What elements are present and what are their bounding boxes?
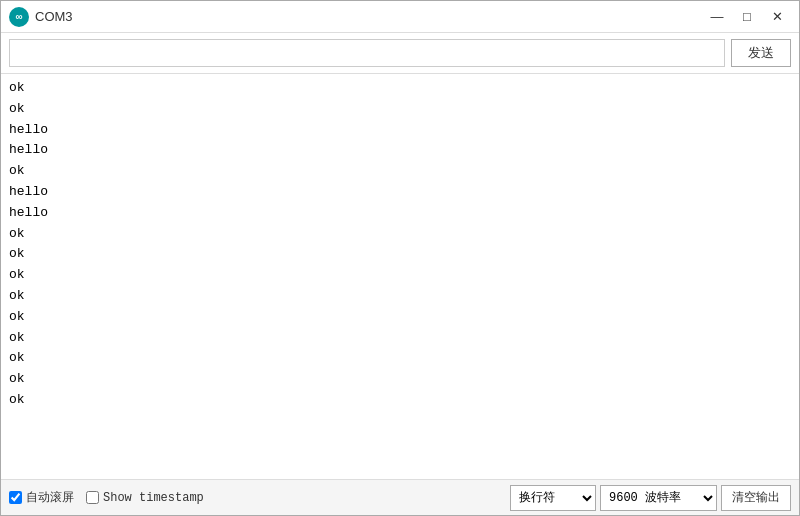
- window-title: COM3: [35, 9, 73, 24]
- show-timestamp-label[interactable]: Show timestamp: [86, 491, 204, 505]
- serial-line: hello: [9, 120, 791, 141]
- serial-line: ok: [9, 328, 791, 349]
- serial-line: ok: [9, 265, 791, 286]
- line-ending-select[interactable]: 换行符 无行尾 回车 换行+回车: [510, 485, 596, 511]
- serial-line: ok: [9, 161, 791, 182]
- serial-line: hello: [9, 182, 791, 203]
- title-bar: ∞ COM3 — □ ✕: [1, 1, 799, 33]
- arduino-icon: ∞: [9, 7, 29, 27]
- serial-line: hello: [9, 203, 791, 224]
- arduino-serial-monitor: ∞ COM3 — □ ✕ 发送 okokhellohellookhellohel…: [0, 0, 800, 516]
- serial-line: ok: [9, 99, 791, 120]
- serial-line: ok: [9, 369, 791, 390]
- serial-line: hello: [9, 140, 791, 161]
- auto-scroll-label[interactable]: 自动滚屏: [9, 489, 74, 506]
- minimize-button[interactable]: —: [703, 5, 731, 29]
- serial-line: ok: [9, 224, 791, 245]
- clear-button[interactable]: 清空输出: [721, 485, 791, 511]
- show-timestamp-checkbox[interactable]: [86, 491, 99, 504]
- toolbar: 发送: [1, 33, 799, 74]
- serial-line: ok: [9, 390, 791, 411]
- serial-line: ok: [9, 78, 791, 99]
- arduino-icon-text: ∞: [15, 11, 22, 22]
- maximize-button[interactable]: □: [733, 5, 761, 29]
- serial-line: ok: [9, 348, 791, 369]
- send-button[interactable]: 发送: [731, 39, 791, 67]
- title-bar-left: ∞ COM3: [9, 7, 73, 27]
- serial-line: ok: [9, 244, 791, 265]
- status-bar: 自动滚屏 Show timestamp 换行符 无行尾 回车 换行+回车 300…: [1, 479, 799, 515]
- baud-rate-select[interactable]: 300 波特率 1200 波特率 2400 波特率 4800 波特率 9600 …: [600, 485, 717, 511]
- serial-line: ok: [9, 307, 791, 328]
- show-timestamp-text: Show timestamp: [103, 491, 204, 505]
- serial-output-area[interactable]: okokhellohellookhellohellookokokokokokok…: [1, 74, 799, 479]
- send-input[interactable]: [9, 39, 725, 67]
- status-bar-right: 换行符 无行尾 回车 换行+回车 300 波特率 1200 波特率 2400 波…: [510, 485, 791, 511]
- serial-line: ok: [9, 286, 791, 307]
- auto-scroll-text: 自动滚屏: [26, 489, 74, 506]
- close-button[interactable]: ✕: [763, 5, 791, 29]
- auto-scroll-checkbox[interactable]: [9, 491, 22, 504]
- title-bar-controls: — □ ✕: [703, 5, 791, 29]
